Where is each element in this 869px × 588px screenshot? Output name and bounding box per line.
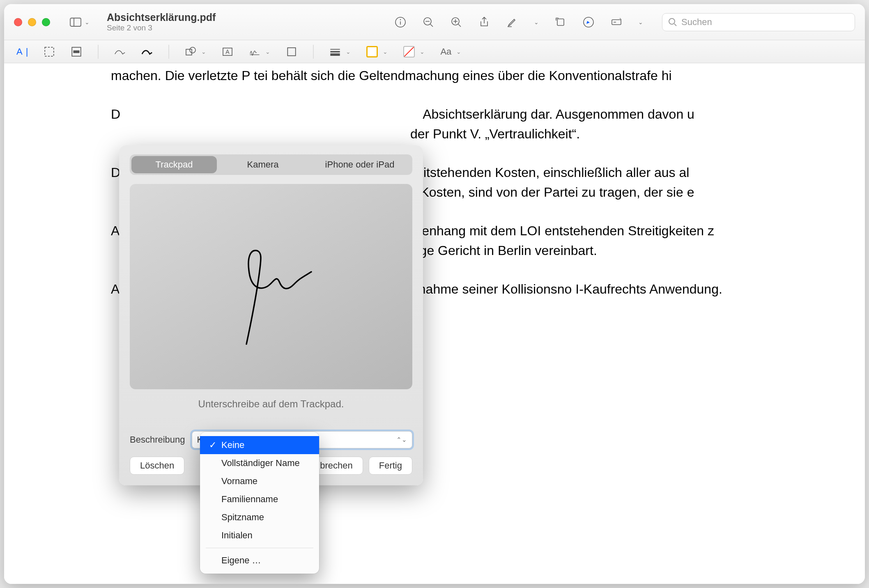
dropdown-item-custom[interactable]: Eigene …: [200, 551, 319, 570]
markup-icon: [582, 16, 595, 28]
check-icon: ✓: [209, 440, 217, 450]
svg-point-16: [620, 18, 621, 19]
title-block: Absichtserklärung.pdf Seite 2 von 3: [107, 11, 216, 32]
signature-canvas[interactable]: [130, 184, 412, 389]
titlebar: ⌄ Absichtserklärung.pdf Seite 2 von 3 ⌄ …: [4, 4, 865, 40]
tab-iphone[interactable]: iPhone oder iPad: [307, 154, 412, 175]
chevron-down-icon[interactable]: ⌄: [638, 19, 643, 25]
description-dropdown: ✓ Keine Vollständiger Name Vorname Famil…: [200, 432, 319, 574]
dropdown-item-fullname[interactable]: Vollständiger Name: [200, 454, 319, 472]
dropdown-item-nickname[interactable]: Spitzname: [200, 508, 319, 526]
info-button[interactable]: [394, 16, 407, 28]
rotate-button[interactable]: [554, 16, 567, 28]
description-label: Beschreibung: [130, 434, 185, 445]
zoom-in-icon: [450, 16, 462, 28]
sketch-icon: [114, 46, 126, 57]
chevron-down-icon[interactable]: ⌄: [534, 19, 539, 25]
lines-icon: [329, 46, 341, 57]
zoom-out-icon: [422, 16, 434, 28]
text-box-tool[interactable]: A: [219, 44, 236, 60]
dropdown-item-lastname[interactable]: Familienname: [200, 490, 319, 508]
svg-point-4: [400, 19, 401, 20]
svg-rect-14: [612, 20, 621, 25]
traffic-lights: [14, 18, 50, 26]
svg-rect-28: [288, 48, 296, 55]
svg-point-18: [669, 18, 675, 24]
highlight-button[interactable]: [506, 16, 518, 28]
search-placeholder: Suchen: [681, 17, 712, 28]
svg-line-6: [430, 24, 433, 27]
done-button[interactable]: Fertig: [369, 457, 412, 475]
search-icon: [668, 18, 677, 27]
updown-icon: ⌃⌄: [396, 436, 407, 443]
text-select-tool[interactable]: A|: [14, 44, 30, 60]
font-style-button[interactable]: Aa⌄: [438, 44, 464, 60]
form-fields-icon: [610, 16, 623, 28]
shapes-tool[interactable]: ⌄: [182, 44, 209, 60]
svg-point-24: [190, 47, 195, 53]
share-icon: [478, 16, 490, 28]
dropdown-item-initials[interactable]: Initialen: [200, 526, 319, 544]
signature-icon: [249, 46, 260, 57]
minimize-window-button[interactable]: [28, 18, 36, 26]
zoom-out-button[interactable]: [422, 16, 434, 28]
svg-rect-22: [74, 50, 80, 53]
sidebar-icon: [70, 18, 81, 27]
preview-window: ⌄ Absichtserklärung.pdf Seite 2 von 3 ⌄ …: [4, 4, 865, 584]
search-field[interactable]: Suchen: [662, 13, 855, 31]
share-button[interactable]: [478, 16, 490, 28]
close-window-button[interactable]: [14, 18, 22, 26]
dropdown-item-firstname[interactable]: Vorname: [200, 472, 319, 490]
svg-rect-0: [70, 18, 81, 26]
redact-icon: [71, 46, 82, 57]
signature-tool[interactable]: ⌄: [246, 44, 273, 60]
note-icon: [286, 46, 297, 57]
svg-rect-20: [45, 47, 54, 56]
svg-point-17: [621, 19, 621, 20]
tab-camera[interactable]: Kamera: [218, 154, 307, 175]
markup-toolbar: A| ⌄ A ⌄ ⌄ ⌄ ⌄ Aa⌄: [4, 40, 865, 63]
fill-color-button[interactable]: ⌄: [401, 44, 427, 60]
shapes-icon: [185, 46, 196, 57]
chevron-down-icon: ⌄: [85, 19, 90, 25]
info-icon: [394, 16, 407, 28]
dropdown-item-none[interactable]: ✓ Keine: [200, 436, 319, 454]
toolbar-icons: ⌄ ⌄: [394, 16, 643, 28]
line-style-button[interactable]: ⌄: [327, 44, 353, 60]
signature-source-tabs: Trackpad Kamera iPhone oder iPad: [130, 154, 412, 175]
paragraph: D Absichtserklärung dar. Ausgenommen dav…: [111, 104, 758, 144]
draw-tool[interactable]: [139, 44, 155, 60]
clear-button[interactable]: Löschen: [130, 457, 184, 475]
form-fields-button[interactable]: [610, 16, 623, 28]
markup-button[interactable]: [582, 16, 595, 28]
signature-instruction: Unterschreibe auf dem Trackpad.: [130, 398, 412, 410]
draw-icon: [141, 46, 153, 57]
redact-tool[interactable]: [68, 44, 85, 60]
rotate-icon: [554, 16, 567, 28]
page-indicator: Seite 2 von 3: [107, 23, 216, 32]
signature-stroke-icon: [197, 225, 345, 348]
document-title: Absichtserklärung.pdf: [107, 11, 216, 23]
document-area[interactable]: machen. Die verletzte P tei behält sich …: [4, 63, 865, 584]
zoom-window-button[interactable]: [42, 18, 50, 26]
stroke-color-button[interactable]: ⌄: [364, 44, 390, 60]
svg-line-19: [674, 24, 676, 26]
sidebar-toggle-button[interactable]: ⌄: [66, 15, 94, 29]
svg-line-9: [458, 24, 461, 27]
svg-text:A: A: [226, 48, 230, 55]
tab-trackpad[interactable]: Trackpad: [131, 156, 217, 173]
highlighter-icon: [506, 16, 518, 28]
note-tool[interactable]: [283, 44, 300, 60]
dashed-square-icon: [44, 46, 55, 57]
svg-rect-12: [557, 19, 564, 25]
sketch-tool[interactable]: [112, 44, 128, 60]
rect-select-tool[interactable]: [41, 44, 57, 60]
zoom-in-button[interactable]: [450, 16, 462, 28]
textbox-icon: A: [222, 46, 233, 57]
paragraph: machen. Die verletzte P tei behält sich …: [111, 66, 758, 85]
